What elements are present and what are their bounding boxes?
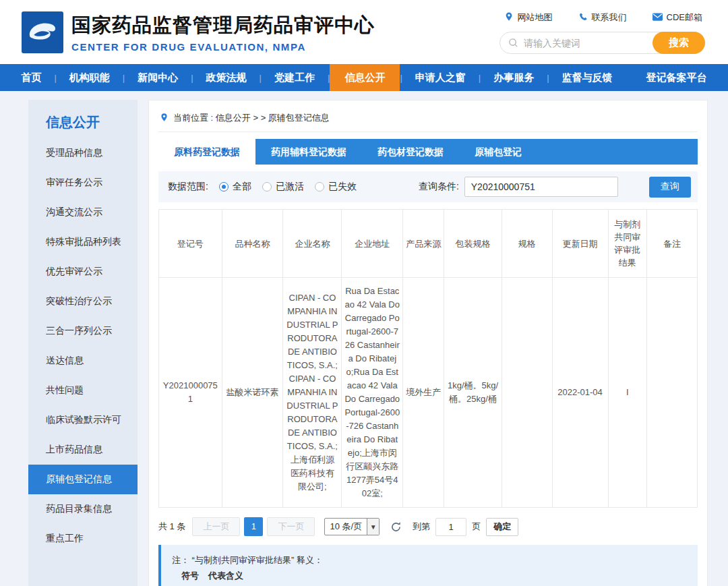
table-row: Y20210000751 盐酸米诺环素 CIPAN - COMPANHIA IN… (159, 278, 698, 508)
note-symbol-header: 符号 (181, 568, 199, 583)
sidebar-item-common-issues[interactable]: 共性问题 (28, 376, 138, 405)
nav-item-registration-platform[interactable]: 登记备案平台 (634, 64, 720, 91)
phone-icon (578, 12, 588, 24)
sidebar-item-special-approval[interactable]: 特殊审批品种列表 (28, 227, 138, 257)
nav-item-home[interactable]: 首页 (8, 64, 54, 91)
nav-item-functions[interactable]: 机构职能 (57, 64, 123, 91)
site-search-button[interactable]: 搜索 (653, 32, 705, 54)
nav-item-policies[interactable]: 政策法规 (193, 64, 260, 91)
cde-mail-link[interactable]: CDE邮箱 (653, 11, 702, 24)
data-range-label: 数据范围: (168, 181, 208, 193)
header-right: 网站地图 联系我们 CDE邮箱 (499, 10, 705, 54)
sidebar-item-clinical-trial-default[interactable]: 临床试验默示许可 (28, 405, 138, 435)
col-remark: 备注 (646, 210, 697, 278)
nav-item-label: 机构职能 (69, 71, 110, 84)
radio-selected-icon (219, 182, 229, 192)
sidebar-item-key-work[interactable]: 重点工作 (28, 524, 138, 554)
note-title: 注： “与制剂共同审评审批结果” 释义： (172, 552, 687, 568)
nav-item-info-disclosure[interactable]: 信息公开 (330, 64, 400, 91)
query-button[interactable]: 查询 (649, 177, 691, 198)
nav-item-label: 信息公开 (344, 71, 385, 84)
sidebar-item-drug-catalog[interactable]: 药品目录集信息 (28, 494, 138, 524)
sidebar-item-delivery-info[interactable]: 送达信息 (28, 346, 138, 376)
sidebar-item-review-tasks[interactable]: 审评任务公示 (28, 168, 138, 198)
tab-raw-material-registration[interactable]: 原辅包登记 (459, 139, 537, 165)
nav-item-news[interactable]: 新闻中心 (125, 64, 191, 91)
cell-company-address: Rua Da Estacao 42 Vala Do Carregado Port… (342, 278, 403, 508)
prev-page-button[interactable]: 上一页 (192, 517, 240, 536)
tab-api-registration[interactable]: 原料药登记数据 (158, 139, 255, 165)
nav-item-party[interactable]: 党建工作 (262, 64, 328, 91)
pagination: 共 1 条 上一页 1 下一页 10 条/页 ▼ 到第 页 确定 (158, 517, 698, 536)
radio-all[interactable]: 全部 (219, 181, 251, 193)
radio-unselected-icon (262, 182, 272, 192)
nav-item-applicant-window[interactable]: 申请人之窗 (402, 64, 479, 91)
page: 国家药品监督管理局药品审评中心 CENTER FOR DRUG EVALUATI… (0, 0, 728, 586)
tab-packaging-registration[interactable]: 药包材登记数据 (362, 139, 459, 165)
sidebar-item-three-in-one[interactable]: 三合一序列公示 (28, 316, 138, 346)
cell-spec (502, 278, 552, 508)
sidebar-item-communication[interactable]: 沟通交流公示 (28, 198, 138, 227)
cell-product-source: 境外生产 (403, 278, 444, 508)
nav-item-services[interactable]: 办事服务 (481, 64, 547, 91)
note-meaning-header: 代表含义 (208, 568, 243, 583)
breadcrumb-text: 当前位置 : 信息公开 > > 原辅包登记信息 (173, 112, 330, 124)
cde-logo-icon (22, 11, 63, 53)
results-table: 登记号 品种名称 企业名称 企业地址 产品来源 包装规格 规格 更新日期 与制剂… (158, 209, 698, 508)
col-company-name: 企业名称 (283, 210, 342, 278)
cell-update-date: 2022-01-04 (552, 278, 608, 508)
site-header: 国家药品监督管理局药品审评中心 CENTER FOR DRUG EVALUATI… (0, 0, 728, 64)
page-size-value: 10 条/页 (325, 519, 367, 535)
search-icon (508, 38, 518, 48)
content-area: 信息公开 受理品种信息 审评任务公示 沟通交流公示 特殊审批品种列表 优先审评公… (0, 91, 728, 586)
filter-bar: 数据范围: 全部 已激活 已失效 查询条件: 查询 (158, 171, 698, 202)
site-search: 搜索 (499, 32, 705, 54)
nav-item-label: 监督与反馈 (562, 71, 613, 84)
cell-remark (646, 278, 697, 508)
note-item-a: A 已批准在上市制剂使用的原料/辅料/包材。 (172, 583, 687, 586)
tabbar: 原料药登记数据 药用辅料登记数据 药包材登记数据 原辅包登记 (158, 139, 698, 165)
sitemap-link[interactable]: 网站地图 (504, 11, 553, 24)
goto-page-input[interactable] (435, 518, 466, 536)
sidebar: 信息公开 受理品种信息 审评任务公示 沟通交流公示 特殊审批品种列表 优先审评公… (28, 100, 138, 586)
radio-expired[interactable]: 已失效 (315, 181, 357, 193)
note-meaning: 已批准在上市制剂使用的原料/辅料/包材。 (207, 583, 369, 586)
contact-link[interactable]: 联系我们 (578, 11, 627, 24)
radio-expired-label: 已失效 (328, 181, 357, 193)
cell-joint-review-result: I (608, 278, 646, 508)
sidebar-item-accepted-varieties[interactable]: 受理品种信息 (28, 138, 138, 168)
goto-page-unit: 页 (472, 521, 481, 533)
page-size-select[interactable]: 10 条/页 ▼ (324, 518, 380, 535)
col-update-date: 更新日期 (552, 210, 608, 278)
radio-activated[interactable]: 已激活 (262, 181, 304, 193)
goto-confirm-button[interactable]: 确定 (486, 518, 518, 536)
sidebar-item-raw-materials-registration[interactable]: 原辅包登记信息 (28, 465, 138, 494)
sidebar-item-marketed-drugs[interactable]: 上市药品信息 (28, 435, 138, 465)
contact-link-label: 联系我们 (592, 11, 627, 24)
sitemap-link-label: 网站地图 (518, 11, 553, 24)
query-condition-label: 查询条件: (419, 181, 459, 193)
tab-excipient-registration[interactable]: 药用辅料登记数据 (255, 139, 362, 165)
col-joint-review-result: 与制剂共同审评审批结果 (608, 210, 646, 278)
breadcrumb: 当前位置 : 信息公开 > > 原辅包登记信息 (158, 106, 698, 132)
sidebar-item-breakthrough-therapy[interactable]: 突破性治疗公示 (28, 287, 138, 316)
cell-company-name: CIPAN - COMPANHIA INDUSTRIAL PRODUTORA D… (283, 278, 342, 508)
nav-item-supervision[interactable]: 监督与反馈 (549, 64, 626, 91)
breadcrumb-pin-icon (160, 113, 169, 124)
goto-page-label: 到第 (413, 521, 430, 533)
sidebar-item-priority-review[interactable]: 优先审评公示 (28, 257, 138, 287)
query-condition-input[interactable] (464, 177, 618, 197)
refresh-icon[interactable] (390, 521, 402, 533)
location-pin-icon (504, 11, 514, 24)
mail-icon (653, 13, 663, 23)
next-page-button[interactable]: 下一页 (267, 517, 315, 536)
chevron-down-icon: ▼ (367, 519, 379, 535)
col-spec: 规格 (502, 210, 552, 278)
nav-item-label: 申请人之窗 (415, 71, 466, 84)
radio-activated-label: 已激活 (276, 181, 304, 193)
cell-registration-no: Y20210000751 (159, 278, 222, 508)
page-number-button[interactable]: 1 (244, 517, 263, 536)
site-search-input[interactable] (524, 38, 648, 49)
brand[interactable]: 国家药品监督管理局药品审评中心 CENTER FOR DRUG EVALUATI… (22, 11, 375, 53)
radio-all-label: 全部 (233, 181, 251, 193)
